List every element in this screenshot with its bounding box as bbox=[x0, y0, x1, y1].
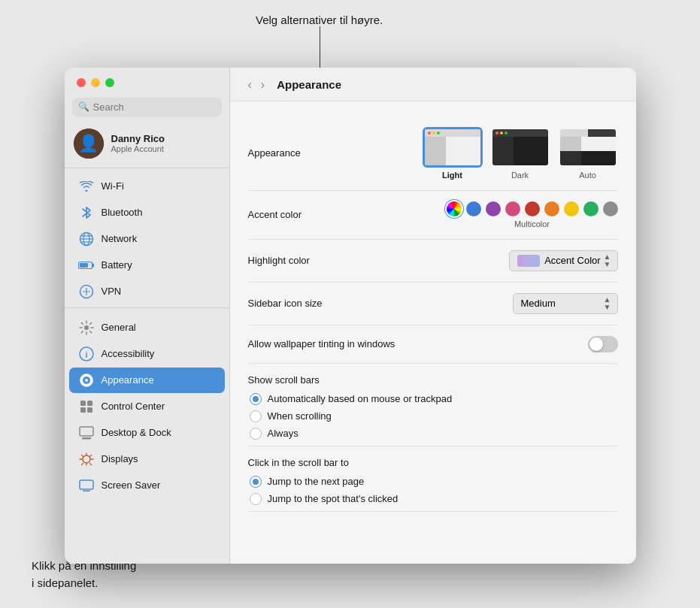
search-bar[interactable]: 🔍 bbox=[72, 98, 222, 116]
highlight-color-dropdown[interactable]: Accent Color ▲▼ bbox=[509, 250, 617, 271]
svg-rect-16 bbox=[87, 401, 92, 406]
highlight-color-control: Accent Color ▲▼ bbox=[509, 250, 617, 271]
sidebar-item-label: Appearance bbox=[102, 374, 154, 386]
click-next-page-option[interactable]: Jump to the next page bbox=[250, 476, 618, 488]
scroll-bars-options: Automatically based on mouse or trackpad… bbox=[248, 393, 618, 440]
click-next-page-label: Jump to the next page bbox=[268, 476, 365, 487]
wallpaper-tinting-toggle[interactable] bbox=[588, 336, 618, 352]
wallpaper-tinting-control bbox=[588, 336, 618, 352]
appearance-icon bbox=[78, 372, 95, 389]
appearance-thumb-auto bbox=[558, 127, 618, 168]
sidebar-item-label: Wi-Fi bbox=[102, 180, 124, 192]
network-icon bbox=[78, 231, 95, 247]
click-spot-radio[interactable] bbox=[250, 493, 262, 505]
appearance-light-label: Light bbox=[442, 171, 462, 180]
sidebar-item-label: Network bbox=[102, 233, 138, 244]
appearance-option-auto[interactable]: Auto bbox=[558, 127, 618, 180]
color-blue[interactable] bbox=[466, 201, 481, 216]
sidebar-item-screen-saver[interactable]: Screen Saver bbox=[69, 473, 225, 498]
vpn-icon bbox=[78, 283, 95, 300]
scroll-scrolling-radio[interactable] bbox=[250, 410, 262, 422]
multicolor-label: Multicolor bbox=[447, 219, 618, 228]
avatar bbox=[74, 129, 104, 159]
sidebar-item-label: Desktop & Dock bbox=[102, 427, 171, 438]
close-button[interactable] bbox=[77, 78, 86, 87]
accent-color-label: Accent color bbox=[248, 209, 302, 220]
click-scroll-title: Click in the scroll bar to bbox=[248, 457, 618, 468]
sidebar-item-control-center[interactable]: Control Center bbox=[69, 394, 225, 419]
bluetooth-icon bbox=[78, 204, 95, 221]
sidebar-item-battery[interactable]: Battery bbox=[69, 253, 225, 278]
sidebar-item-general[interactable]: General bbox=[69, 315, 225, 340]
color-multicolor[interactable] bbox=[447, 201, 462, 216]
sidebar-item-accessibility[interactable]: i Accessibility bbox=[69, 341, 225, 367]
sidebar-icon-size-dropdown[interactable]: Medium ▲▼ bbox=[513, 293, 618, 314]
appearance-option-dark[interactable]: Dark bbox=[490, 127, 550, 180]
appearance-setting-row: Appearance bbox=[248, 116, 618, 191]
color-yellow[interactable] bbox=[564, 201, 579, 216]
sidebar-item-bluetooth[interactable]: Bluetooth bbox=[69, 200, 225, 225]
sidebar-item-label: General bbox=[102, 322, 136, 333]
sidebar-item-vpn[interactable]: VPN bbox=[69, 279, 225, 304]
minimize-button[interactable] bbox=[91, 78, 100, 87]
scroll-scrolling-option[interactable]: When scrolling bbox=[250, 410, 618, 422]
color-orange[interactable] bbox=[544, 201, 559, 216]
sidebar-item-label: Screen Saver bbox=[102, 479, 161, 491]
sidebar-item-appearance[interactable]: Appearance bbox=[69, 368, 225, 393]
color-green[interactable] bbox=[583, 201, 598, 216]
highlight-color-label: Highlight color bbox=[248, 255, 310, 266]
click-spot-option[interactable]: Jump to the spot that's clicked bbox=[250, 493, 618, 505]
profile-name: Danny Rico bbox=[111, 133, 165, 144]
sidebar-item-label: Battery bbox=[102, 259, 132, 271]
color-pink[interactable] bbox=[505, 201, 520, 216]
scroll-always-option[interactable]: Always bbox=[250, 428, 618, 440]
scroll-always-radio[interactable] bbox=[250, 428, 262, 440]
toggle-knob bbox=[589, 337, 603, 351]
color-purple[interactable] bbox=[486, 201, 501, 216]
profile-item[interactable]: Danny Rico Apple Account bbox=[65, 123, 229, 168]
sidebar: 🔍 Danny Rico Apple Account bbox=[65, 68, 230, 564]
sidebar-item-network[interactable]: Network bbox=[69, 226, 225, 252]
main-content: ‹ › Appearance Appearance bbox=[230, 68, 636, 564]
svg-rect-17 bbox=[80, 407, 86, 413]
highlight-color-row: Highlight color Accent Color ▲▼ bbox=[248, 240, 618, 283]
toolbar-title: Appearance bbox=[277, 78, 341, 91]
profile-subtitle: Apple Account bbox=[111, 144, 165, 153]
toolbar-nav: ‹ › bbox=[245, 77, 268, 93]
appearance-options: Light bbox=[423, 127, 618, 180]
scroll-bars-section: Show scroll bars Automatically based on … bbox=[248, 364, 618, 446]
desktop-dock-icon bbox=[78, 425, 95, 441]
color-graphite[interactable] bbox=[603, 201, 618, 216]
click-next-page-radio[interactable] bbox=[250, 476, 262, 488]
annotation-top: Velg alternativer til høyre. bbox=[256, 14, 383, 26]
svg-rect-7 bbox=[80, 263, 88, 268]
sidebar-section: Wi-Fi Bluetooth bbox=[65, 171, 229, 501]
color-red[interactable] bbox=[525, 201, 540, 216]
sidebar-item-desktop-dock[interactable]: Desktop & Dock bbox=[69, 420, 225, 446]
appearance-option-light[interactable]: Light bbox=[423, 127, 483, 180]
forward-button[interactable]: › bbox=[258, 77, 268, 93]
appearance-dark-label: Dark bbox=[511, 171, 529, 180]
sidebar-item-wifi[interactable]: Wi-Fi bbox=[69, 174, 225, 199]
sidebar-item-label: Accessibility bbox=[102, 348, 155, 359]
accent-color-row: Accent color bbox=[248, 191, 618, 240]
accent-color-control: Multicolor bbox=[447, 201, 618, 228]
svg-rect-22 bbox=[80, 480, 93, 489]
back-button[interactable]: ‹ bbox=[245, 77, 255, 93]
scroll-auto-radio[interactable] bbox=[250, 393, 262, 405]
battery-icon bbox=[78, 257, 95, 274]
maximize-button[interactable] bbox=[105, 78, 114, 87]
sidebar-icon-size-control: Medium ▲▼ bbox=[513, 293, 618, 314]
scroll-auto-label: Automatically based on mouse or trackpad bbox=[268, 393, 453, 404]
sidebar-item-label: VPN bbox=[102, 286, 122, 297]
svg-rect-18 bbox=[87, 407, 92, 413]
sidebar-item-displays[interactable]: Displays bbox=[69, 446, 225, 472]
toolbar: ‹ › Appearance bbox=[230, 68, 636, 101]
highlight-value: Accent Color bbox=[544, 255, 600, 266]
appearance-auto-label: Auto bbox=[579, 171, 596, 180]
svg-rect-20 bbox=[82, 437, 91, 440]
search-input[interactable] bbox=[93, 101, 216, 113]
search-icon: 🔍 bbox=[78, 101, 89, 112]
scroll-auto-option[interactable]: Automatically based on mouse or trackpad bbox=[250, 393, 618, 405]
click-scroll-section: Click in the scroll bar to Jump to the n… bbox=[248, 446, 618, 512]
